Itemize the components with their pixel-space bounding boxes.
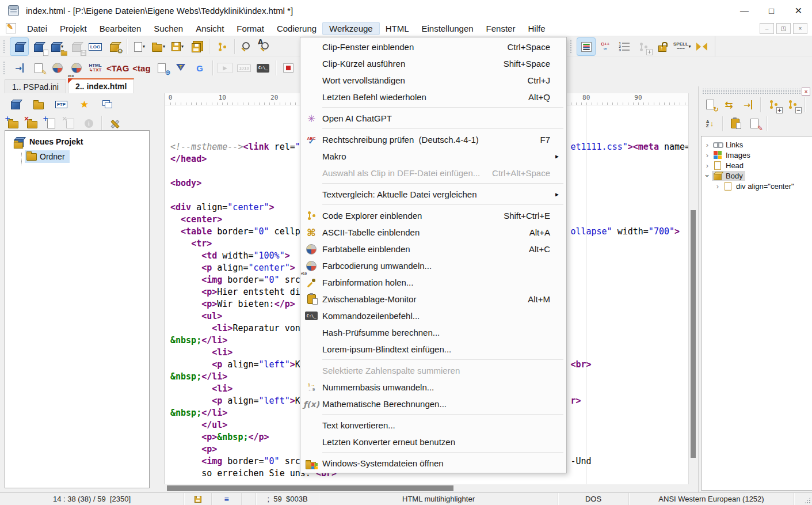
collapse-all-icon[interactable]: − xyxy=(783,96,801,113)
menu-item-kommandozeilenbefehl[interactable]: C:\_Kommandozeilenbefehl... xyxy=(300,307,566,324)
structure-item-div-align-center-[interactable]: ›div align="center" xyxy=(702,181,812,191)
menubar-item-datei[interactable]: Datei xyxy=(21,22,54,35)
toolbar-grip[interactable] xyxy=(3,40,6,54)
menu-item-open-ai-chatgpt[interactable]: ✳Open AI ChatGPT xyxy=(300,110,566,127)
unlock-file-icon[interactable] xyxy=(653,38,671,55)
panel-tab-project[interactable] xyxy=(6,96,24,113)
shell-command-icon[interactable]: C:\_ xyxy=(254,59,272,77)
menubar-item-bearbeiten[interactable]: Bearbeiten xyxy=(93,22,148,35)
panel-grip[interactable]: ✕ xyxy=(702,89,800,94)
chevron-right-icon[interactable]: › xyxy=(703,141,712,149)
goto-element-icon[interactable]: → xyxy=(739,96,757,113)
open-file-icon[interactable]: ▾ xyxy=(150,38,167,55)
line-numbers-icon[interactable]: 123 xyxy=(615,38,633,55)
menu-item-clip-k-rzel-ausf-hren[interactable]: Clip-Kürzel ausführenShift+Space xyxy=(300,55,566,72)
project-tree-item-ordner[interactable]: Ordner xyxy=(5,149,149,164)
tag-uppercase-icon[interactable]: <TAG xyxy=(105,59,130,77)
topstyle-icon[interactable]: T xyxy=(172,59,190,77)
structure-item-body[interactable]: ›Body xyxy=(702,170,812,181)
document-tab-1-pspad-ini[interactable]: 1.. PSPad.ini xyxy=(5,79,66,93)
menubar-item-fenster[interactable]: Fenster xyxy=(480,22,522,35)
menubar-item-html[interactable]: HTML xyxy=(379,22,415,35)
toolbar-grip[interactable] xyxy=(3,61,6,75)
chevron-right-icon[interactable]: › xyxy=(713,182,722,191)
html-to-text-icon[interactable]: HTML↳TXT xyxy=(86,59,104,77)
document-tab-2-index-html[interactable]: 2.. index.html xyxy=(68,78,134,93)
sort-az-icon[interactable]: AZ↓ xyxy=(701,115,719,132)
menu-item-lorem-ipsum-blindtext-einf-gen[interactable]: Lorem-ipsum-Blindtext einfügen... xyxy=(300,341,566,358)
save-all-icon[interactable] xyxy=(188,38,205,55)
swap-tags-icon[interactable]: ⇆ xyxy=(720,96,738,113)
menubar-item-hilfe[interactable]: Hilfe xyxy=(521,22,551,35)
menubar-item-codierung[interactable]: Codierung xyxy=(270,22,323,35)
chevron-right-icon[interactable]: › xyxy=(703,161,712,170)
scripts-cpp-icon[interactable]: C++∞ xyxy=(596,38,614,55)
add-file-icon[interactable]: + xyxy=(42,115,60,132)
code-explorer-icon[interactable] xyxy=(213,38,231,55)
menu-item-code-explorer-einblenden[interactable]: Code Explorer einblendenShift+Ctrl+E xyxy=(300,207,566,224)
panel-tab-favorites[interactable]: ★ xyxy=(75,96,93,113)
edit-structure-icon[interactable]: ✎ xyxy=(745,115,763,132)
menu-item-hash-pr-fsumme-berechnen[interactable]: Hash-Prüfsumme berechnen... xyxy=(300,324,566,341)
structure-item-links[interactable]: ›Links xyxy=(702,139,812,150)
menubar-item-werkzeuge[interactable]: Werkzeuge xyxy=(323,22,379,35)
maximize-button[interactable]: □ xyxy=(758,0,785,21)
horizontal-scrollbar[interactable] xyxy=(165,484,688,492)
vertical-scrollbar-thumb[interactable] xyxy=(691,210,696,458)
search-icon[interactable] xyxy=(238,38,256,55)
project-open-icon[interactable]: ▾ xyxy=(48,38,66,55)
horizontal-scrollbar-thumb[interactable] xyxy=(167,485,453,491)
menubar-item-projekt[interactable]: Projekt xyxy=(54,22,93,35)
resize-grip[interactable] xyxy=(804,497,811,504)
menu-item-zwischenablage-monitor[interactable]: Zwischenablage-MonitorAlt+M xyxy=(300,291,566,307)
project-new-icon[interactable] xyxy=(29,38,47,55)
indent-icon[interactable]: → xyxy=(10,59,28,77)
menu-item-makro[interactable]: Makro► xyxy=(300,148,566,165)
menu-item-letzten-befehl-wiederholen[interactable]: Letzten Befehl wiederholenAlt+Q xyxy=(300,89,566,105)
project-icon[interactable] xyxy=(10,38,28,55)
menu-item-rechtschreibung-pr-fen-deutsch-4-4-1[interactable]: ABC✓Rechtschreibung prüfen (Deutsch.4-4-… xyxy=(300,131,566,148)
menubar-item-einstellungen[interactable]: Einstellungen xyxy=(415,22,480,35)
search-replace-icon[interactable]: A xyxy=(257,38,275,55)
menu-item-letzten-konverter-erneut-benutzen[interactable]: Letzten Konverter erneut benutzen xyxy=(300,434,566,450)
panel-close-icon[interactable]: ✕ xyxy=(802,88,810,96)
vertical-scrollbar[interactable] xyxy=(688,93,697,484)
menubar-item-format[interactable]: Format xyxy=(230,22,270,35)
close-button[interactable]: × xyxy=(785,0,812,21)
menu-item-farbinformation-holen[interactable]: Farbinformation holen... xyxy=(300,274,566,291)
color-convert-icon[interactable]: #10 xyxy=(67,59,85,77)
panel-tab-files[interactable] xyxy=(29,96,47,113)
menu-item-windows-systemdateien-ffnen[interactable]: Windows-Systemdateien öffnen xyxy=(300,455,566,472)
expand-all-icon[interactable]: + xyxy=(764,96,782,113)
structure-item-images[interactable]: ›Images xyxy=(702,150,812,160)
menu-item-wort-vervollst-ndigen[interactable]: Wort vervollständigenCtrl+J xyxy=(300,72,566,89)
chevron-right-icon[interactable]: › xyxy=(703,151,712,160)
panel-tab-ftp[interactable]: FTP xyxy=(52,96,70,113)
menu-item-textvergleich-aktuelle-datei-vergleichen[interactable]: Textvergleich: Aktuelle Datei vergleiche… xyxy=(300,186,566,203)
add-folder-icon[interactable]: + xyxy=(4,115,22,132)
stay-on-top-icon[interactable] xyxy=(693,38,711,55)
copy-structure-icon[interactable] xyxy=(726,115,744,132)
menu-item-text-konvertieren[interactable]: Text konvertieren... xyxy=(300,417,566,434)
browser-preview-icon[interactable]: ⊕ xyxy=(153,59,171,77)
reload-structure-icon[interactable]: ↻ xyxy=(701,96,719,113)
menu-item-mathematische-berechnungen[interactable]: ƒ(x)Mathematische Berechnungen... xyxy=(300,396,566,412)
record-macro-icon[interactable] xyxy=(280,59,298,77)
menubar-item-suchen[interactable]: Suchen xyxy=(147,22,189,35)
google-search-icon[interactable]: G xyxy=(191,59,209,77)
remove-folder-icon[interactable]: × xyxy=(23,115,41,132)
menu-item-farbtabelle-einblenden[interactable]: Farbtabelle einblendenAlt+C xyxy=(300,241,566,257)
menu-item-ascii-tabelle-einblenden[interactable]: ⌘ASCII-Tabelle einblendenAlt+A xyxy=(300,224,566,241)
panel-tab-windows[interactable] xyxy=(98,96,116,113)
new-file-icon[interactable]: ▾ xyxy=(131,38,148,55)
mdi-minimize-button[interactable]: – xyxy=(760,23,774,34)
save-file-icon[interactable]: ▾ xyxy=(169,38,186,55)
mdi-close-button[interactable]: × xyxy=(793,23,807,34)
mdi-restore-button[interactable]: ◳ xyxy=(776,23,791,34)
toolbar-grip[interactable] xyxy=(570,40,573,54)
color-table-icon[interactable] xyxy=(48,59,66,77)
syntax-highlight-icon[interactable] xyxy=(577,38,595,55)
reformat-icon[interactable]: ✎ xyxy=(29,59,47,77)
menu-item-nummernbasis-umwandeln[interactable]: 1→←9Nummernbasis umwandeln... xyxy=(300,379,566,396)
project-tree-item-neues-projekt[interactable]: Neues Projekt xyxy=(5,134,149,149)
